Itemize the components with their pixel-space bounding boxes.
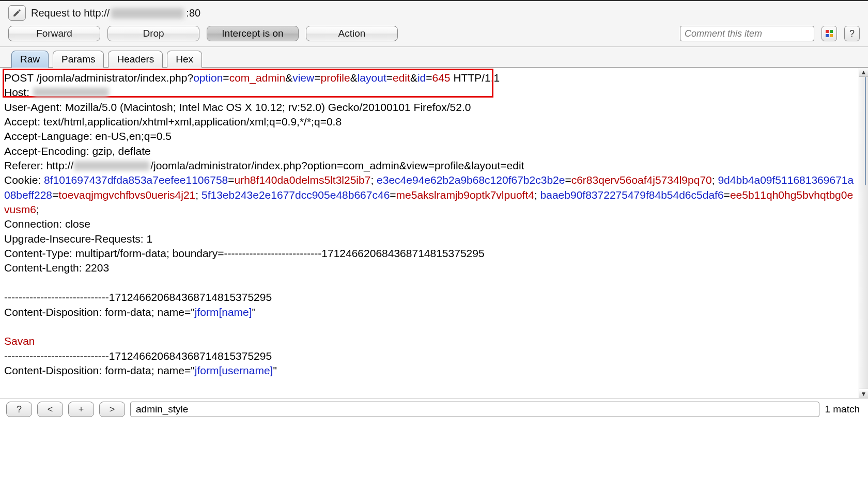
search-input[interactable] bbox=[130, 402, 819, 417]
drop-button[interactable]: Drop bbox=[107, 26, 199, 41]
highlight-color-button[interactable] bbox=[822, 26, 837, 41]
forward-button[interactable]: Forward bbox=[8, 26, 100, 41]
request-target-text: Request to http://:80 bbox=[31, 7, 200, 19]
search-add-button[interactable]: + bbox=[68, 402, 94, 417]
edit-target-button[interactable] bbox=[8, 5, 26, 21]
action-button[interactable]: Action bbox=[306, 26, 398, 41]
scroll-thumb[interactable] bbox=[865, 77, 866, 185]
scroll-down-arrow[interactable]: ▼ bbox=[859, 389, 868, 398]
match-count-label: 1 match bbox=[825, 404, 862, 415]
search-next-button[interactable]: > bbox=[99, 402, 125, 417]
pencil-icon bbox=[12, 8, 22, 18]
vertical-scrollbar[interactable]: ▲ ▼ bbox=[859, 68, 868, 398]
tab-hex[interactable]: Hex bbox=[167, 51, 202, 68]
scroll-up-arrow[interactable]: ▲ bbox=[859, 68, 868, 77]
tab-raw[interactable]: Raw bbox=[11, 51, 49, 68]
tab-headers[interactable]: Headers bbox=[108, 51, 163, 68]
redacted-host bbox=[112, 8, 184, 19]
toolbar: Forward Drop Intercept is on Action ? bbox=[0, 24, 868, 47]
color-grid-icon bbox=[826, 30, 833, 37]
message-tab-row: Raw Params Headers Hex bbox=[0, 47, 868, 68]
request-info-row: Request to http://:80 bbox=[0, 1, 868, 24]
tab-params[interactable]: Params bbox=[53, 51, 104, 68]
comment-input[interactable] bbox=[680, 26, 814, 41]
search-help-button[interactable]: ? bbox=[6, 402, 32, 417]
message-content-wrap: POST /joomla/administrator/index.php?opt… bbox=[0, 68, 868, 398]
intercept-toggle-button[interactable]: Intercept is on bbox=[207, 26, 299, 41]
help-button[interactable]: ? bbox=[844, 26, 860, 41]
search-prev-button[interactable]: < bbox=[37, 402, 63, 417]
raw-request-editor[interactable]: POST /joomla/administrator/index.php?opt… bbox=[0, 68, 859, 398]
search-bar: ? < + > 1 match bbox=[0, 398, 868, 421]
